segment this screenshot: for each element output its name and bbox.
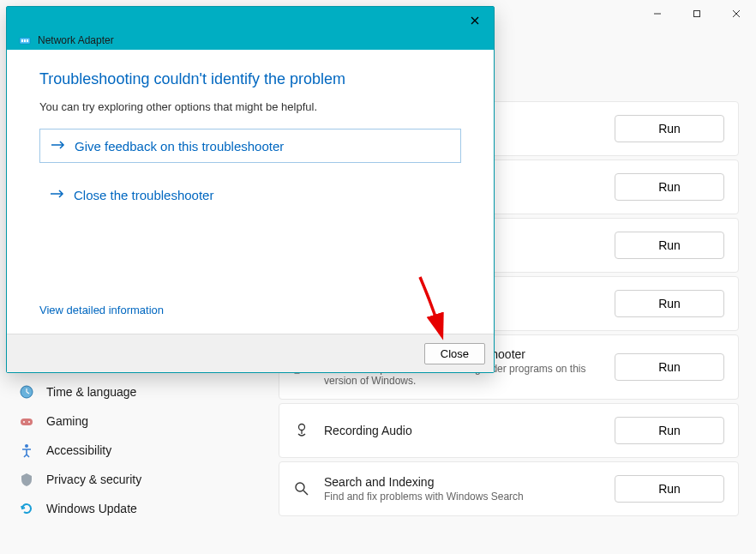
svg-rect-26 (27, 39, 28, 42)
sidebar-item-label: Windows Update (46, 502, 137, 515)
svg-point-10 (299, 425, 305, 431)
troubleshooter-text: Search and Indexing Find and fix problem… (324, 475, 601, 503)
arrow-right-icon (50, 187, 65, 202)
view-detailed-info-link[interactable]: View detailed information (39, 304, 164, 316)
dialog-body: Troubleshooting couldn't identify the pr… (7, 50, 494, 334)
troubleshooter-name: Search and Indexing (324, 475, 601, 489)
svg-line-13 (303, 491, 308, 495)
troubleshooter-text: Recording Audio (324, 424, 601, 437)
dialog-title: Network Adapter (38, 34, 114, 46)
dialog-heading: Troubleshooting couldn't identify the pr… (39, 70, 461, 88)
troubleshooter-dialog: Network Adapter Troubleshooting couldn't… (6, 6, 495, 373)
network-adapter-icon (19, 34, 31, 46)
run-button[interactable]: Run (615, 475, 724, 503)
run-button[interactable]: Run (615, 290, 724, 317)
close-button[interactable]: Close (424, 343, 485, 364)
option-feedback-label: Give feedback on this troubleshooter (75, 139, 284, 154)
troubleshooter-icon (293, 422, 310, 439)
update-icon (19, 501, 34, 516)
troubleshooter-desc: Find and fix problems with Windows Searc… (324, 491, 601, 503)
sidebar-item-update[interactable]: Windows Update (0, 494, 266, 523)
run-button[interactable]: Run (615, 417, 724, 444)
dialog-footer: Close (7, 334, 494, 372)
run-button[interactable]: Run (615, 353, 724, 381)
accessibility-icon (19, 443, 34, 458)
sidebar-item-label: Accessibility (46, 443, 111, 457)
troubleshooter-icon (293, 480, 310, 497)
troubleshooter-item: Search and Indexing Find and fix problem… (279, 461, 739, 516)
settings-sidebar: Time & language Gaming Accessibility Pri… (0, 377, 266, 523)
troubleshooter-item: Recording Audio Run (279, 403, 739, 458)
troubleshooter-name: Recording Audio (324, 424, 601, 437)
sidebar-item-accessibility[interactable]: Accessibility (0, 436, 266, 465)
privacy-icon (19, 472, 34, 487)
sidebar-item-label: Time & language (46, 385, 136, 399)
dialog-close-x[interactable] (465, 12, 485, 29)
svg-point-18 (23, 421, 25, 423)
svg-rect-24 (21, 39, 23, 42)
time-icon (19, 384, 34, 400)
svg-point-19 (28, 421, 30, 423)
dialog-titlebar[interactable]: Network Adapter (7, 7, 494, 50)
svg-rect-25 (24, 39, 26, 42)
maximize-button[interactable] (677, 0, 717, 27)
sidebar-item-label: Gaming (46, 414, 88, 428)
option-give-feedback[interactable]: Give feedback on this troubleshooter (39, 129, 461, 163)
sidebar-item-privacy[interactable]: Privacy & security (0, 465, 266, 494)
svg-rect-17 (21, 419, 33, 425)
run-button[interactable]: Run (615, 115, 724, 142)
gaming-icon (19, 413, 34, 429)
sidebar-item-gaming[interactable]: Gaming (0, 406, 266, 436)
sidebar-item-label: Privacy & security (46, 473, 141, 486)
run-button[interactable]: Run (615, 173, 724, 201)
window-controls (638, 0, 756, 27)
dialog-title-row: Network Adapter (19, 34, 114, 46)
svg-rect-1 (694, 11, 700, 17)
sidebar-item-time[interactable]: Time & language (0, 377, 266, 406)
close-window-button[interactable] (717, 0, 756, 27)
arrow-right-icon (51, 138, 66, 154)
option-close-troubleshooter[interactable]: Close the troubleshooter (39, 178, 461, 211)
dialog-subtext: You can try exploring other options that… (39, 100, 461, 113)
run-button[interactable]: Run (615, 232, 724, 259)
svg-point-20 (25, 444, 28, 448)
svg-point-12 (296, 483, 304, 491)
option-close-label: Close the troubleshooter (74, 188, 213, 202)
minimize-button[interactable] (638, 0, 677, 27)
